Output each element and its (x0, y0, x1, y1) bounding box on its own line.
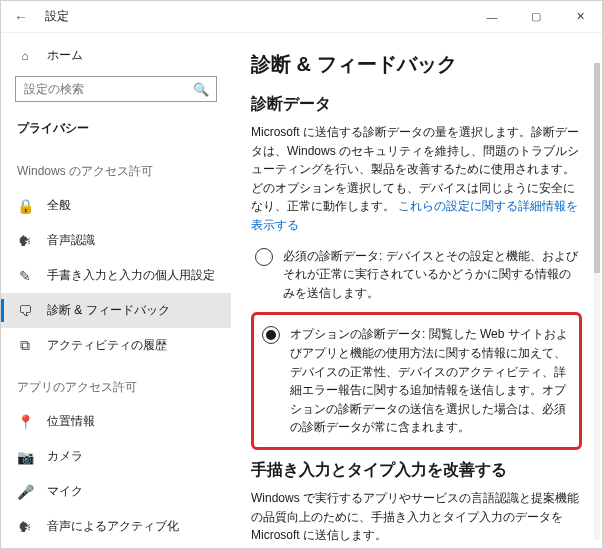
highlighted-option: オプションの診断データ: 閲覧した Web サイトおよびアプリと機能の使用方法に… (251, 312, 582, 450)
radio-icon (262, 326, 280, 344)
activity-icon: ⧉ (17, 337, 33, 354)
sidebar-item[interactable]: ⧉アクティビティの履歴 (1, 328, 231, 363)
radio-required-label: 必須の診断データ: デバイスとその設定と機能、およびそれが正常に実行されているか… (283, 247, 578, 303)
sidebar-item-label: 位置情報 (47, 413, 95, 430)
current-category: プライバシー (1, 110, 231, 147)
home-link[interactable]: ⌂ ホーム (1, 39, 231, 72)
location-icon: 📍 (17, 414, 33, 430)
sidebar-item[interactable]: 📷カメラ (1, 439, 231, 474)
section-windows-permissions: Windows のアクセス許可 (1, 147, 231, 188)
sidebar-item-label: 音声認識 (47, 232, 95, 249)
sidebar-item[interactable]: 🗨診断 & フィードバック (1, 293, 231, 328)
sidebar-item[interactable]: 🔒全般 (1, 188, 231, 223)
microphone-icon: 🎤 (17, 484, 33, 500)
sidebar: ⌂ ホーム 🔍 プライバシー Windows のアクセス許可 🔒全般🗣音声認識✎… (1, 33, 231, 548)
search-box[interactable]: 🔍 (15, 76, 217, 102)
home-icon: ⌂ (17, 49, 33, 63)
content-area: 診断 & フィードバック 診断データ Microsoft に送信する診断データの… (231, 33, 602, 548)
handwriting-icon: ✎ (17, 268, 33, 284)
sidebar-item-label: 音声によるアクティブ化 (47, 518, 179, 535)
page-title: 診断 & フィードバック (251, 51, 582, 78)
radio-optional-label: オプションの診断データ: 閲覧した Web サイトおよびアプリと機能の使用方法に… (290, 325, 571, 437)
search-input[interactable] (15, 76, 217, 102)
lock-icon: 🔒 (17, 198, 33, 214)
sidebar-item-label: アクティビティの履歴 (47, 337, 167, 354)
scrollbar-thumb[interactable] (594, 63, 600, 273)
sidebar-item-label: マイク (47, 483, 83, 500)
sidebar-item[interactable]: 🗣音声によるアクティブ化 (1, 509, 231, 544)
scrollbar[interactable] (594, 63, 600, 540)
voice-activation-icon: 🗣 (17, 519, 33, 535)
close-button[interactable]: ✕ (558, 1, 602, 33)
sidebar-item[interactable]: 🎤マイク (1, 474, 231, 509)
home-label: ホーム (47, 47, 83, 64)
sidebar-item[interactable]: 🗣音声認識 (1, 223, 231, 258)
titlebar: ← 設定 ― ▢ ✕ (1, 1, 602, 33)
sidebar-item-label: 全般 (47, 197, 71, 214)
feedback-icon: 🗨 (17, 303, 33, 319)
heading-diagnostic-data: 診断データ (251, 94, 582, 115)
inking-description: Windows で実行するアプリやサービスの言語認識と提案機能の品質向上のために… (251, 489, 582, 545)
minimize-button[interactable]: ― (470, 1, 514, 33)
maximize-button[interactable]: ▢ (514, 1, 558, 33)
window-title: 設定 (45, 8, 69, 25)
heading-inking-typing: 手描き入力とタイプ入力を改善する (251, 460, 582, 481)
radio-optional-diagnostic[interactable]: オプションの診断データ: 閲覧した Web サイトおよびアプリと機能の使用方法に… (258, 319, 575, 443)
radio-required-diagnostic[interactable]: 必須の診断データ: デバイスとその設定と機能、およびそれが正常に実行されているか… (251, 241, 582, 309)
sidebar-item[interactable]: 📍位置情報 (1, 404, 231, 439)
sidebar-item[interactable]: ✎手書き入力と入力の個人用設定 (1, 258, 231, 293)
search-icon: 🔍 (193, 82, 209, 97)
radio-icon (255, 248, 273, 266)
sidebar-item-label: 手書き入力と入力の個人用設定 (47, 267, 215, 284)
back-button[interactable]: ← (9, 5, 33, 29)
section-app-permissions: アプリのアクセス許可 (1, 363, 231, 404)
speech-icon: 🗣 (17, 233, 33, 249)
diagnostic-description: Microsoft に送信する診断データの量を選択します。診断データは、Wind… (251, 123, 582, 235)
camera-icon: 📷 (17, 449, 33, 465)
sidebar-item-label: カメラ (47, 448, 83, 465)
sidebar-item-label: 診断 & フィードバック (47, 302, 170, 319)
